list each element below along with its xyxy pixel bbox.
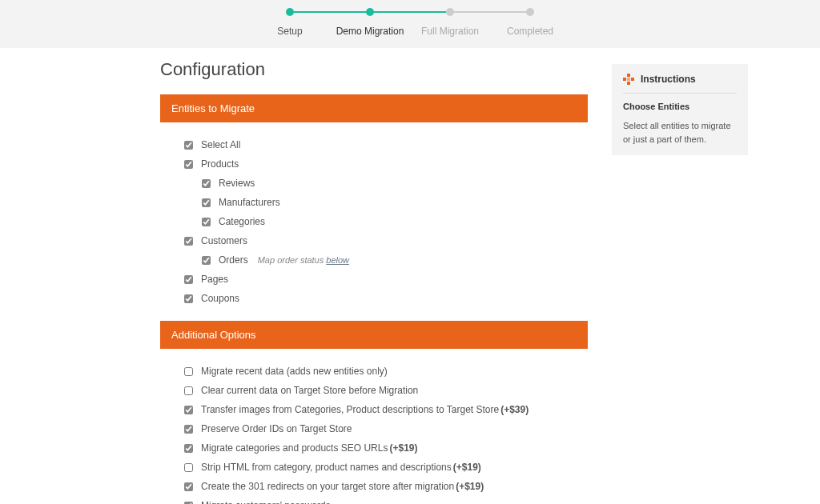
step-connector	[450, 11, 530, 13]
option-label: Migrate categories and products SEO URLs	[201, 442, 388, 454]
entity-label: Categories	[219, 216, 265, 227]
entity-label: Customers	[201, 235, 247, 246]
option-row: Strip HTML from category, product names …	[184, 458, 580, 477]
entity-checkbox[interactable]	[184, 237, 193, 246]
option-row: Preserve Order IDs on Target Store	[184, 419, 580, 438]
option-checkbox[interactable]	[184, 367, 193, 376]
option-checkbox[interactable]	[184, 386, 193, 395]
entity-label: Products	[201, 158, 239, 170]
entity-option: Coupons	[184, 289, 580, 308]
option-checkbox[interactable]	[184, 463, 193, 472]
svg-rect-4	[627, 78, 630, 81]
step-connector	[370, 11, 450, 13]
option-label: Preserve Order IDs on Target Store	[201, 423, 352, 434]
option-row: Create the 301 redirects on your target …	[184, 477, 580, 496]
entity-option: Reviews	[184, 174, 580, 193]
option-label: Transfer images from Categories, Product…	[201, 404, 499, 415]
entity-checkbox[interactable]	[202, 218, 211, 226]
entity-note-link[interactable]: below	[326, 255, 349, 265]
option-label: Migrate recent data (adds new entities o…	[201, 366, 388, 377]
main-content: Configuration Entities to Migrate Select…	[160, 59, 588, 504]
entity-label: Orders	[219, 254, 248, 266]
entity-label: Pages	[201, 274, 228, 285]
instructions-text: Select all entities to migrate or just a…	[623, 119, 737, 146]
option-row: Migrate recent data (adds new entities o…	[184, 362, 580, 381]
step-label: Demo Migration	[336, 26, 404, 37]
option-checkbox[interactable]	[184, 406, 193, 414]
option-price: (+$19)	[456, 481, 484, 492]
sidebar: Instructions Choose Entities Select all …	[612, 59, 748, 155]
step-connector	[290, 11, 370, 13]
option-checkbox[interactable]	[184, 444, 193, 453]
section-header-entities: Entities to Migrate	[160, 94, 588, 122]
progress-bar: SetupDemo MigrationFull MigrationComplet…	[0, 0, 820, 48]
section-body-options: Migrate recent data (adds new entities o…	[160, 349, 588, 504]
page-title: Configuration	[160, 59, 588, 80]
option-row: Migrate categories and products SEO URLs…	[184, 438, 580, 458]
option-checkbox[interactable]	[184, 425, 193, 434]
svg-rect-1	[623, 78, 626, 81]
section-body-entities: Select AllProductsReviewsManufacturersCa…	[160, 122, 588, 321]
entity-label: Manufacturers	[219, 197, 280, 208]
entity-checkbox[interactable]	[184, 294, 193, 303]
entity-label: Reviews	[219, 178, 255, 189]
entity-option: Categories	[184, 212, 580, 231]
entity-checkbox[interactable]	[184, 160, 193, 169]
entity-checkbox[interactable]	[202, 256, 211, 265]
entity-option: Pages	[184, 270, 580, 289]
svg-rect-2	[631, 78, 634, 81]
step-label: Setup	[277, 26, 302, 37]
option-label: Strip HTML from category, product names …	[201, 462, 452, 473]
entity-checkbox[interactable]	[202, 198, 211, 207]
section-title: Additional Options	[171, 329, 256, 341]
option-price: (+$19)	[389, 442, 417, 454]
step-label: Full Migration	[421, 26, 479, 37]
instructions-panel: Instructions Choose Entities Select all …	[612, 64, 748, 155]
option-row: Transfer images from Categories, Product…	[184, 400, 580, 419]
entity-checkbox[interactable]	[184, 275, 193, 284]
svg-rect-0	[627, 74, 630, 77]
entity-option: Customers	[184, 231, 580, 250]
option-price: (+$19)	[453, 462, 481, 473]
option-row: Clear current data on Target Store befor…	[184, 381, 580, 400]
step-circle-icon	[446, 8, 454, 16]
section-title: Entities to Migrate	[171, 102, 255, 114]
svg-rect-3	[627, 82, 630, 85]
option-checkbox[interactable]	[184, 482, 193, 491]
step-label: Completed	[507, 26, 553, 37]
instructions-icon	[623, 74, 634, 85]
entity-label: Coupons	[201, 293, 239, 304]
step-circle-icon	[526, 8, 534, 16]
step-circle-icon	[286, 8, 294, 16]
section-header-options: Additional Options	[160, 321, 588, 349]
entity-checkbox[interactable]	[202, 179, 211, 188]
entity-option: Manufacturers	[184, 193, 580, 212]
entity-option: OrdersMap order status below	[184, 250, 580, 270]
step-circle-icon	[366, 8, 374, 16]
entity-note: Map order status below	[258, 255, 349, 265]
entity-option: Select All	[184, 135, 580, 154]
entity-checkbox[interactable]	[184, 141, 193, 150]
option-row: Migrate customers' passwords	[184, 496, 580, 504]
option-label: Migrate customers' passwords	[201, 500, 331, 504]
instructions-title: Instructions	[641, 74, 696, 85]
option-label: Clear current data on Target Store befor…	[201, 385, 418, 396]
progress-step[interactable]: Setup	[250, 8, 330, 37]
instructions-subtitle: Choose Entities	[623, 102, 737, 111]
option-label: Create the 301 redirects on your target …	[201, 481, 454, 492]
option-price: (+$39)	[500, 404, 529, 415]
entity-label: Select All	[201, 139, 240, 150]
option-checkbox[interactable]	[184, 502, 193, 505]
entity-option: Products	[184, 154, 580, 174]
